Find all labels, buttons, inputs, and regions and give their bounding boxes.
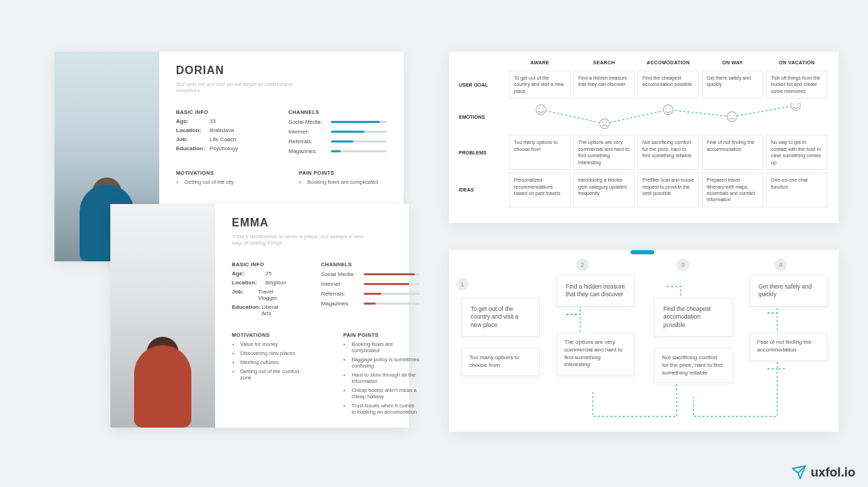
channel-bar xyxy=(331,140,387,143)
list-item: Cheap tickets aren't mean a cheap holida… xyxy=(351,387,419,400)
flow-card: Fear of not finding the accommodation xyxy=(749,333,827,361)
stage-header: AWARE xyxy=(508,60,572,69)
smile-icon xyxy=(790,103,800,110)
journey-cell: Get there safely and quickly xyxy=(702,71,763,99)
channel-label: Referrals: xyxy=(288,138,327,145)
channel-row: Internet: xyxy=(321,281,420,287)
svg-point-9 xyxy=(727,112,737,122)
list-item: Baggage policy is sometimes confusing xyxy=(351,356,419,369)
row-header: USER GOAL xyxy=(459,69,508,100)
channel-label: Internet: xyxy=(288,129,327,135)
persona-quote: Not until we are lost do we begin to und… xyxy=(176,81,316,94)
journey-cell: To get out of the country and visit a ne… xyxy=(509,71,571,99)
journey-cell: The options are very commercial and hard… xyxy=(573,135,635,170)
stage-header: ON WAY xyxy=(700,60,765,69)
persona-name: DORIAN xyxy=(176,64,387,77)
channel-label: Referrals: xyxy=(321,291,360,297)
svg-point-10 xyxy=(729,115,730,116)
value: Travel Vlogger xyxy=(258,289,286,301)
journey-cell: No way to get in contact with the host i… xyxy=(766,135,827,170)
journey-cell: Fear of not finding the accommodation xyxy=(702,135,763,170)
channel-label: Internet: xyxy=(321,281,360,287)
channel-row: Referrals: xyxy=(288,138,387,145)
step-badge: 1 xyxy=(456,278,469,291)
value: Liberal Arts xyxy=(261,304,286,317)
label: Education: xyxy=(232,304,261,317)
label: Location: xyxy=(232,279,265,286)
journey-cell: Tick off things from the bucket list and… xyxy=(766,71,827,99)
persona-photo xyxy=(110,204,215,428)
journey-cell: Prefilter host and house request to prov… xyxy=(638,173,699,208)
section-motivations: MOTIVATIONS xyxy=(176,170,264,176)
user-flow: 1 2 3 4 To get out of the country and vi… xyxy=(449,250,839,432)
flow-card: Get there safely and quickly xyxy=(749,275,827,307)
svg-point-8 xyxy=(670,108,671,109)
channel-bar xyxy=(364,273,420,275)
svg-point-7 xyxy=(665,108,667,109)
svg-point-14 xyxy=(797,103,798,105)
smile-icon xyxy=(536,105,546,115)
step-badge: 4 xyxy=(774,259,787,271)
label: Age: xyxy=(176,118,209,124)
row-header: IDEAS xyxy=(459,171,508,209)
label: Job: xyxy=(232,289,258,301)
label: Location: xyxy=(176,127,209,133)
label: Job: xyxy=(176,136,209,143)
list-item: Discovering new places xyxy=(240,350,308,356)
svg-point-4 xyxy=(602,122,603,123)
channel-label: Magazines: xyxy=(288,148,327,154)
flow-card: Not sacrificing comfort for the price, h… xyxy=(654,348,733,383)
section-channels: CHANNELS xyxy=(321,261,420,268)
list-item: Getting out of the comfort zone xyxy=(240,368,308,381)
flow-card: The options are very commercial and hard… xyxy=(557,333,635,375)
journey-cell: Find a hidden treasure that they can dis… xyxy=(573,71,635,99)
journey-cell: Introducing a hidden gem category update… xyxy=(573,173,635,208)
list-item: Meeting cultures xyxy=(240,359,308,365)
svg-point-6 xyxy=(663,105,673,115)
section-pain: PAIN POINTS xyxy=(343,332,419,338)
value: Life Coach xyxy=(209,136,236,143)
svg-point-12 xyxy=(790,103,800,110)
stage-header: ACCOMODATION xyxy=(636,60,700,69)
channel-row: Internet: xyxy=(288,129,387,135)
channel-bar xyxy=(331,131,387,133)
channel-bar xyxy=(331,121,387,123)
frown-icon xyxy=(600,119,610,129)
stage-header: ON VACATION xyxy=(765,60,829,69)
channel-bar xyxy=(331,150,387,152)
svg-point-13 xyxy=(793,103,795,105)
journey-cell: Not sacrificing comfort for the price, h… xyxy=(638,135,699,170)
svg-point-5 xyxy=(606,122,608,123)
step-badge: 2 xyxy=(576,259,589,271)
value: 33 xyxy=(209,118,216,124)
label: Education: xyxy=(176,145,209,152)
persona-name: EMMA xyxy=(232,217,420,229)
list-item: Hard to skim through all the information xyxy=(351,372,419,384)
channel-label: Social Media: xyxy=(321,271,360,277)
list-item: Getting out of the city xyxy=(184,179,264,185)
section-basic: BASIC INFO xyxy=(176,109,253,115)
svg-point-11 xyxy=(733,115,735,116)
list-item: Value for money xyxy=(240,341,308,347)
brand-logo[interactable]: uxfol.io xyxy=(791,465,855,480)
journey-cell: Too many options to choose from xyxy=(509,135,571,170)
list-item: Trust issues when it comes to booking an… xyxy=(351,402,419,415)
neutral-icon xyxy=(727,112,737,122)
list-item: Booking flows are complicated xyxy=(307,179,387,185)
journey-map: AWARE SEARCH ACCOMODATION ON WAY ON VACA… xyxy=(449,52,839,223)
flow-card: To get out of the country and visit a ne… xyxy=(462,298,540,337)
channel-bar xyxy=(364,293,420,295)
flow-card: Find a hidden treasure that they can dis… xyxy=(557,275,635,307)
journey-cell: Find the cheapest accomodation possible xyxy=(638,71,699,99)
journey-cell: Prepared travel itinerary with maps, ess… xyxy=(702,173,763,208)
channel-row: Magazines: xyxy=(288,148,387,154)
brand-text: uxfol.io xyxy=(811,465,855,480)
emotions-chart xyxy=(509,103,827,131)
value: Psychology xyxy=(209,145,238,152)
channel-row: Referrals: xyxy=(321,291,420,297)
channel-label: Social Media: xyxy=(288,119,327,125)
step-badge: 3 xyxy=(677,259,689,271)
svg-point-1 xyxy=(538,108,540,109)
channel-label: Magazines: xyxy=(321,300,360,307)
svg-point-0 xyxy=(536,105,546,115)
